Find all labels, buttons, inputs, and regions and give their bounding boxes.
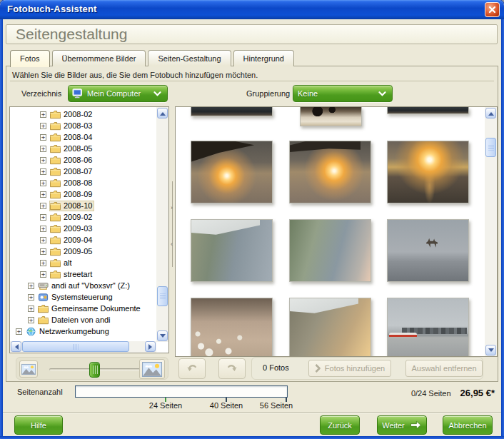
expand-icon[interactable]: + xyxy=(40,203,46,209)
tree-item-netzwerkumgebung[interactable]: +Netzwerkumgebung xyxy=(10,326,156,337)
expand-icon[interactable]: + xyxy=(40,134,46,141)
expand-icon[interactable]: + xyxy=(28,283,34,289)
splitter-collapse-icon: ‹ xyxy=(171,241,173,248)
tree-item-andi-auf-vboxsvr-z[interactable]: +andi auf "Vboxsvr" (Z:) xyxy=(10,280,156,291)
tree-item-label: 2008-03 xyxy=(64,120,92,131)
expand-icon[interactable]: + xyxy=(40,226,46,232)
tree-item-alt[interactable]: +alt xyxy=(10,257,156,268)
expand-icon[interactable]: + xyxy=(40,237,46,243)
tree-scrollbar-thumb[interactable] xyxy=(157,286,168,306)
tree-node: 2009-05 xyxy=(49,246,94,257)
titlebar[interactable]: Fotobuch-Assistent xyxy=(0,0,504,19)
tree-vertical-scrollbar[interactable] xyxy=(156,107,168,342)
pages-status-group: 0/24 Seiten 26,95 €* xyxy=(411,388,495,398)
fotos-hinzufuegen-button[interactable]: Fotos hinzufügen xyxy=(308,360,391,377)
scroll-down-button[interactable] xyxy=(485,345,496,355)
thumbnail-photo-terrain-under-wing[interactable] xyxy=(289,298,371,356)
verzeichnis-dropdown[interactable]: Mein Computer xyxy=(68,85,168,102)
scroll-left-button[interactable] xyxy=(11,341,21,352)
expand-icon[interactable]: + xyxy=(40,191,46,198)
expand-icon[interactable]: + xyxy=(40,180,46,186)
tree-item-2008-04[interactable]: +2008-04 xyxy=(10,131,156,143)
expand-icon[interactable]: + xyxy=(40,260,46,266)
scroll-right-button[interactable] xyxy=(145,341,156,352)
tree-item-2008-02[interactable]: +2008-02 xyxy=(10,109,156,120)
tab-seiten-gestaltung[interactable]: Seiten-Gestaltung xyxy=(148,50,231,66)
thumbnail-photo-partial[interactable] xyxy=(300,107,362,126)
expand-icon[interactable]: + xyxy=(16,328,22,335)
tree-item-2008-09[interactable]: +2008-09 xyxy=(10,188,156,200)
tree-horizontal-scrollbar[interactable] xyxy=(10,341,156,353)
tree-item-2008-03[interactable]: +2008-03 xyxy=(10,120,156,131)
tab-hintergrund[interactable]: Hintergrund xyxy=(233,50,294,66)
network-icon xyxy=(26,327,36,336)
hilfe-button[interactable]: Hilfe xyxy=(14,415,63,435)
tree-item-dateien-von-andi[interactable]: +Dateien von andi xyxy=(10,314,156,326)
tree-node: 2009-04 xyxy=(49,235,94,246)
photos-vertical-scrollbar[interactable] xyxy=(485,107,497,356)
thumbnail-photo-sunset-over-wing-1[interactable] xyxy=(191,141,273,203)
folder-icon xyxy=(50,201,61,211)
expand-icon[interactable]: + xyxy=(40,214,46,221)
expand-icon[interactable]: + xyxy=(40,123,46,129)
scroll-down-button[interactable] xyxy=(157,330,168,341)
weiter-button[interactable]: Weiter xyxy=(377,415,427,435)
thumbnail-photo-partial[interactable] xyxy=(191,107,273,116)
expand-icon[interactable]: + xyxy=(40,271,46,278)
tab-übernommene-bilder[interactable]: Übernommene Bilder xyxy=(52,50,146,66)
page-title-box: Seitengestaltung xyxy=(6,24,498,44)
tree-item-2009-02[interactable]: +2009-02 xyxy=(10,211,156,223)
expand-icon[interactable]: + xyxy=(40,146,46,152)
zoom-out-image-icon[interactable] xyxy=(19,360,38,378)
tree-item-2008-10[interactable]: +2008-10 xyxy=(10,200,156,211)
zoom-slider-handle[interactable] xyxy=(89,362,100,378)
expand-icon[interactable]: + xyxy=(28,306,34,312)
tree-node: 2008-07 xyxy=(49,166,94,177)
scroll-up-button[interactable] xyxy=(485,108,496,118)
tab-fotos[interactable]: Fotos xyxy=(10,50,50,67)
folder-icon xyxy=(50,133,61,142)
tree-node: 2008-03 xyxy=(49,121,94,131)
expand-icon[interactable]: + xyxy=(40,168,46,175)
close-button[interactable] xyxy=(485,2,500,17)
tree-item-2009-04[interactable]: +2009-04 xyxy=(10,234,156,246)
expand-icon[interactable]: + xyxy=(28,294,34,301)
tree-item-streetart[interactable]: +streetart xyxy=(10,268,156,280)
expand-icon[interactable]: + xyxy=(40,111,46,118)
expand-icon[interactable]: + xyxy=(40,248,46,255)
tree-item-2008-05[interactable]: +2008-05 xyxy=(10,143,156,154)
zurueck-button[interactable]: Zurück xyxy=(320,415,360,435)
window-border-right xyxy=(501,19,504,439)
tree-item-2009-03[interactable]: +2009-03 xyxy=(10,223,156,234)
thumbnail-photo-coastline-aerial[interactable] xyxy=(289,219,371,282)
tree-item-2008-06[interactable]: +2008-06 xyxy=(10,154,156,166)
zoom-slider-track[interactable] xyxy=(49,368,141,371)
thumbnail-photo-coastline-under-wing[interactable] xyxy=(191,219,273,282)
thumbnail-photo-partial[interactable] xyxy=(387,107,469,114)
thumbnail-photo-sunset-over-wing-2[interactable] xyxy=(289,141,371,203)
auswahl-entfernen-button[interactable]: Auswahl entfernen xyxy=(405,360,483,377)
expand-icon[interactable]: + xyxy=(28,317,34,323)
thumbnail-photo-sunset-over-sea[interactable] xyxy=(387,141,469,203)
folder-tree-panel: +2008-02+2008-03+2008-04+2008-05+2008-06… xyxy=(9,106,169,353)
tree-node: andi auf "Vboxsvr" (Z:) xyxy=(37,281,132,291)
abbrechen-button[interactable]: Abbrechen xyxy=(443,415,493,435)
scroll-up-button[interactable] xyxy=(157,108,168,118)
folder-icon xyxy=(50,236,61,245)
tree-item-gemeinsame-dokumente[interactable]: +Gemeinsame Dokumente xyxy=(10,303,156,314)
photos-scrollbar-thumb[interactable] xyxy=(485,138,496,157)
gruppierung-dropdown[interactable]: Keine xyxy=(293,85,393,102)
thumbnail-photo-oil-rig-at-sea[interactable] xyxy=(387,219,469,282)
expand-icon[interactable]: + xyxy=(40,157,46,163)
zoom-in-image-icon[interactable] xyxy=(139,359,165,379)
tree-hscrollbar-thumb[interactable] xyxy=(22,341,129,352)
seitenanzahl-bar[interactable] xyxy=(75,385,288,398)
thumbnail-photo-refinery-aerial[interactable] xyxy=(191,298,273,356)
tree-item-2009-05[interactable]: +2009-05 xyxy=(10,246,156,257)
thumbnail-photo-airport-with-skyline[interactable] xyxy=(387,298,469,356)
undo-button[interactable] xyxy=(178,358,206,379)
redo-button[interactable] xyxy=(218,358,246,379)
tree-item-systemsteuerung[interactable]: +Systemsteuerung xyxy=(10,291,156,303)
tree-item-2008-08[interactable]: +2008-08 xyxy=(10,177,156,188)
tree-item-2008-07[interactable]: +2008-07 xyxy=(10,166,156,177)
